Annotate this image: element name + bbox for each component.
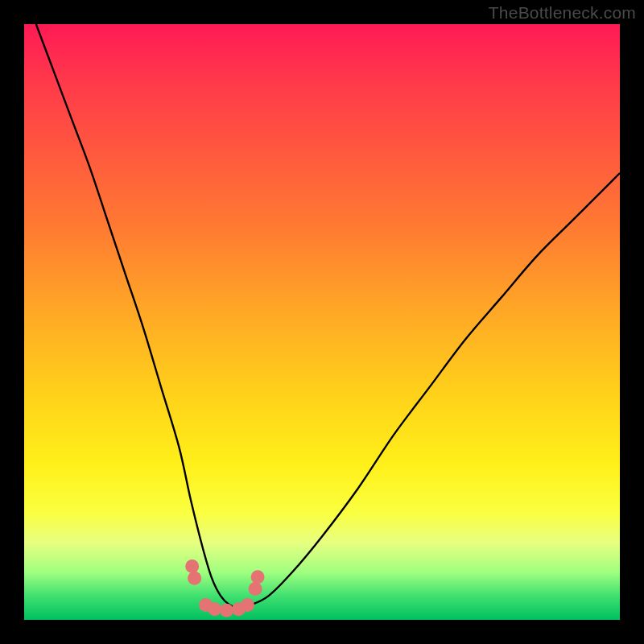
- chart-frame: TheBottleneck.com: [0, 0, 644, 644]
- marker-dots-group: [185, 559, 264, 617]
- marker-dot: [220, 604, 233, 617]
- marker-dot: [208, 602, 221, 616]
- marker-dot: [241, 598, 254, 612]
- bottleneck-curve: [36, 24, 620, 608]
- marker-dot: [251, 570, 265, 584]
- marker-dot: [249, 582, 262, 596]
- watermark-label: TheBottleneck.com: [489, 3, 636, 23]
- bottleneck-curve-svg: [24, 24, 620, 620]
- marker-dot: [188, 572, 201, 585]
- plot-area: [24, 24, 620, 620]
- marker-dot: [185, 559, 199, 573]
